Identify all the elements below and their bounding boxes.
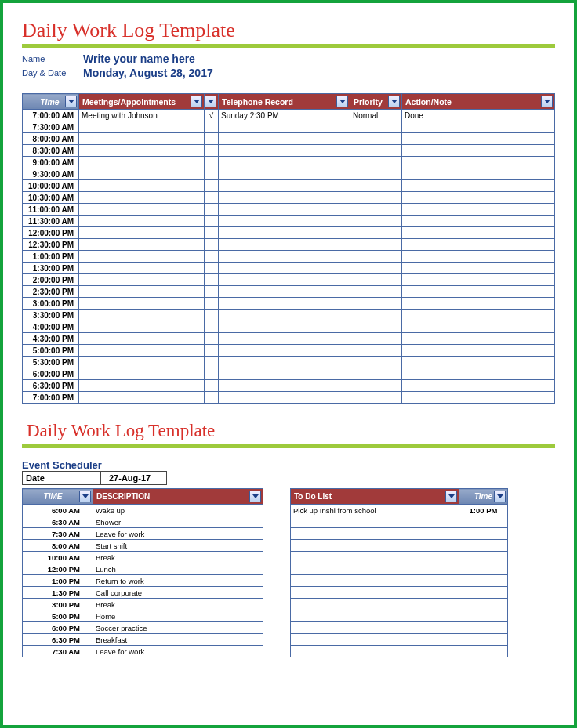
cell-action[interactable] xyxy=(402,145,555,157)
cell-priority[interactable] xyxy=(350,263,402,274)
cell-time[interactable]: 10:00 AM xyxy=(23,552,93,563)
sched-col-time[interactable]: TIME xyxy=(23,489,93,505)
cell-item[interactable] xyxy=(291,563,459,575)
cell-item[interactable]: Pick up Inshi from school xyxy=(291,505,459,516)
cell-x[interactable] xyxy=(205,321,219,333)
col-action[interactable]: Action/Note xyxy=(402,94,555,110)
cell-meeting[interactable] xyxy=(79,321,205,333)
cell-time[interactable]: 3:00:00 PM xyxy=(23,298,79,310)
cell-priority[interactable] xyxy=(350,239,402,251)
cell-telephone[interactable] xyxy=(219,380,350,392)
cell-meeting[interactable] xyxy=(79,239,205,251)
cell-desc[interactable]: Breakfast xyxy=(93,634,263,646)
cell-time[interactable]: 6:00:00 PM xyxy=(23,368,79,380)
cell-desc[interactable]: Return to work xyxy=(93,575,263,587)
cell-action[interactable] xyxy=(402,357,555,368)
cell-meeting[interactable] xyxy=(79,286,205,298)
cell-telephone[interactable] xyxy=(219,157,350,168)
cell-desc[interactable]: Break xyxy=(93,552,263,563)
cell-desc[interactable]: Leave for work xyxy=(93,528,263,540)
cell-telephone[interactable] xyxy=(219,251,350,263)
cell-time[interactable]: 1:30:00 PM xyxy=(23,263,79,274)
cell-desc[interactable]: Home xyxy=(93,610,263,622)
col-x[interactable]: X xyxy=(205,94,219,110)
sched-col-desc[interactable]: DESCRIPTION xyxy=(93,489,263,505)
cell-time[interactable]: 6:30 AM xyxy=(23,516,93,528)
cell-time[interactable] xyxy=(459,563,508,575)
cell-x[interactable] xyxy=(205,216,219,227)
cell-time[interactable]: 2:00:00 PM xyxy=(23,274,79,286)
col-time[interactable]: Time xyxy=(23,94,79,110)
cell-action[interactable] xyxy=(402,380,555,392)
cell-meeting[interactable] xyxy=(79,263,205,274)
cell-item[interactable] xyxy=(291,610,459,622)
cell-telephone[interactable] xyxy=(219,204,350,216)
cell-x[interactable] xyxy=(205,227,219,239)
cell-time[interactable]: 7:30 AM xyxy=(23,528,93,540)
cell-x[interactable] xyxy=(205,121,219,133)
cell-item[interactable] xyxy=(291,540,459,552)
col-priority[interactable]: Priority xyxy=(350,94,402,110)
cell-action[interactable] xyxy=(402,168,555,180)
cell-priority[interactable] xyxy=(350,310,402,321)
dropdown-icon[interactable] xyxy=(79,491,91,502)
cell-time[interactable]: 6:00 PM xyxy=(23,622,93,634)
cell-time[interactable]: 1:00 PM xyxy=(23,575,93,587)
cell-priority[interactable] xyxy=(350,298,402,310)
cell-action[interactable] xyxy=(402,286,555,298)
cell-x[interactable] xyxy=(205,345,219,357)
cell-x[interactable] xyxy=(205,357,219,368)
cell-action[interactable] xyxy=(402,251,555,263)
cell-time[interactable]: 10:30:00 AM xyxy=(23,192,79,204)
cell-meeting[interactable] xyxy=(79,310,205,321)
cell-time[interactable]: 6:30:00 PM xyxy=(23,380,79,392)
cell-meeting[interactable] xyxy=(79,227,205,239)
cell-telephone[interactable] xyxy=(219,368,350,380)
cell-meeting[interactable] xyxy=(79,216,205,227)
cell-telephone[interactable] xyxy=(219,180,350,192)
cell-meeting[interactable] xyxy=(79,157,205,168)
cell-time[interactable] xyxy=(459,599,508,610)
cell-time[interactable] xyxy=(459,634,508,646)
cell-time[interactable]: 11:30:00 AM xyxy=(23,216,79,227)
cell-time[interactable] xyxy=(459,622,508,634)
cell-x[interactable] xyxy=(205,310,219,321)
cell-meeting[interactable] xyxy=(79,345,205,357)
cell-x[interactable] xyxy=(205,333,219,345)
cell-item[interactable] xyxy=(291,575,459,587)
dropdown-icon[interactable] xyxy=(249,491,261,502)
cell-action[interactable] xyxy=(402,345,555,357)
cell-action[interactable] xyxy=(402,392,555,404)
cell-x[interactable] xyxy=(205,286,219,298)
cell-time[interactable] xyxy=(459,552,508,563)
cell-x[interactable] xyxy=(205,263,219,274)
cell-action[interactable] xyxy=(402,204,555,216)
dropdown-icon[interactable] xyxy=(65,96,77,107)
cell-meeting[interactable] xyxy=(79,180,205,192)
cell-telephone[interactable] xyxy=(219,263,350,274)
cell-time[interactable] xyxy=(459,646,508,657)
cell-priority[interactable] xyxy=(350,380,402,392)
cell-time[interactable] xyxy=(459,540,508,552)
cell-meeting[interactable] xyxy=(79,368,205,380)
cell-desc[interactable]: Lunch xyxy=(93,563,263,575)
dropdown-icon[interactable] xyxy=(541,96,553,107)
cell-time[interactable]: 6:30 PM xyxy=(23,634,93,646)
cell-action[interactable] xyxy=(402,263,555,274)
cell-priority[interactable] xyxy=(350,168,402,180)
cell-action[interactable] xyxy=(402,180,555,192)
cell-time[interactable]: 6:00 AM xyxy=(23,505,93,516)
cell-action[interactable] xyxy=(402,157,555,168)
cell-priority[interactable] xyxy=(350,133,402,145)
cell-meeting[interactable] xyxy=(79,204,205,216)
cell-desc[interactable]: Soccer practice xyxy=(93,622,263,634)
cell-time[interactable] xyxy=(459,528,508,540)
dropdown-icon[interactable] xyxy=(191,96,202,107)
cell-action[interactable] xyxy=(402,298,555,310)
cell-action[interactable]: Done xyxy=(402,110,555,121)
cell-meeting[interactable] xyxy=(79,274,205,286)
date-value[interactable]: Monday, August 28, 2017 xyxy=(83,67,213,79)
cell-action[interactable] xyxy=(402,121,555,133)
cell-meeting[interactable] xyxy=(79,392,205,404)
cell-meeting[interactable] xyxy=(79,145,205,157)
